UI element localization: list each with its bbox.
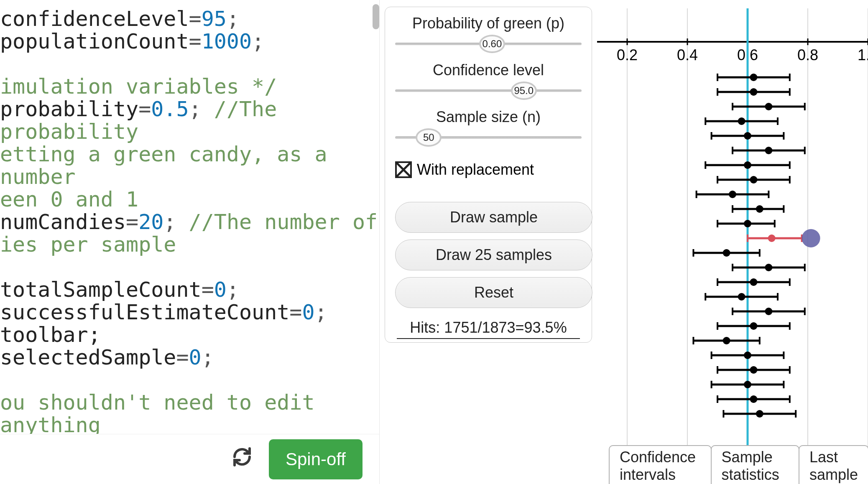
svg-point-79 (750, 278, 757, 286)
svg-point-83 (738, 293, 745, 301)
svg-point-115 (756, 410, 763, 418)
svg-point-111 (750, 395, 757, 403)
svg-point-103 (750, 366, 757, 374)
svg-point-66 (768, 234, 776, 242)
plot-tabs: Confidence intervals Sample statistics L… (609, 459, 868, 484)
svg-point-107 (744, 381, 751, 388)
controls-panel: Probability of green (p) 0.60 Confidence… (385, 7, 592, 343)
svg-point-38 (744, 132, 751, 140)
svg-point-34 (738, 117, 745, 125)
svg-point-71 (723, 249, 730, 257)
probability-slider[interactable]: 0.60 (395, 35, 582, 53)
slider-thumb[interactable]: 50 (416, 128, 442, 147)
tab-last-sample[interactable]: Last sample (799, 445, 868, 484)
code-editor[interactable]: confidenceLevel=95;populationCount=1000;… (0, 0, 380, 484)
svg-point-95 (723, 337, 730, 344)
svg-point-22 (750, 74, 757, 81)
svg-point-26 (750, 88, 757, 96)
confidence-interval-chart[interactable]: 0.20.40.60.81.0 (597, 0, 868, 451)
plot-region: 0.20.40.60.81.0 Confidence intervals Sam… (597, 0, 868, 484)
confidence-slider[interactable]: 95.0 (395, 82, 582, 100)
sample-size-slider[interactable]: 50 (395, 128, 582, 147)
editor-toolbar: Spin-off (0, 434, 379, 484)
tab-confidence-intervals[interactable]: Confidence intervals (609, 445, 712, 484)
reset-button[interactable]: Reset (395, 277, 592, 308)
refresh-icon[interactable] (232, 447, 252, 471)
confidence-label: Confidence level (395, 61, 582, 79)
svg-point-62 (744, 220, 751, 227)
sample-size-label: Sample size (n) (395, 108, 582, 126)
svg-point-75 (765, 264, 772, 271)
slider-thumb[interactable]: 0.60 (479, 35, 505, 53)
svg-text:1.0: 1.0 (858, 46, 868, 64)
probability-label: Probability of green (p) (395, 15, 582, 32)
svg-point-42 (765, 147, 772, 154)
svg-point-30 (765, 103, 772, 110)
svg-point-54 (729, 191, 736, 198)
svg-point-50 (750, 176, 757, 183)
svg-text:0.2: 0.2 (617, 46, 638, 64)
svg-point-99 (744, 352, 751, 359)
svg-text:0.8: 0.8 (797, 46, 818, 64)
draw-sample-button[interactable]: Draw sample (395, 202, 592, 233)
svg-point-67 (802, 229, 820, 247)
hits-readout: Hits: 1751/1873=93.5% (397, 317, 580, 339)
tab-sample-statistics[interactable]: Sample statistics (711, 445, 799, 484)
with-replacement-label: With replacement (417, 161, 534, 178)
svg-point-46 (744, 161, 751, 169)
svg-text:0.4: 0.4 (677, 46, 698, 64)
spinoff-button[interactable]: Spin-off (269, 439, 363, 479)
svg-point-87 (765, 308, 772, 315)
draw-25-samples-button[interactable]: Draw 25 samples (395, 239, 592, 270)
scrollbar-thumb[interactable] (373, 4, 379, 29)
svg-point-58 (756, 205, 763, 213)
slider-thumb[interactable]: 95.0 (511, 82, 537, 100)
with-replacement-checkbox[interactable] (395, 161, 412, 178)
svg-point-91 (750, 322, 757, 330)
